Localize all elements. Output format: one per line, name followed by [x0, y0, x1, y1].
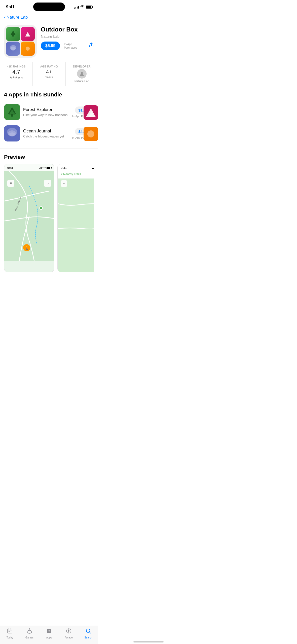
developer-label: DEVELOPER	[73, 65, 91, 68]
ocean-app-info: Ocean Journal Catch the biggest waves ye…	[23, 129, 69, 138]
peeking-mountain-icon	[84, 105, 98, 120]
preview-screenshots: 9:41 R	[4, 164, 94, 272]
ocean-app-name: Ocean Journal	[23, 129, 69, 134]
bundle-app-icon	[4, 25, 37, 58]
forest-app-info: Forest Explorer Hike your way to new hor…	[23, 107, 69, 117]
svg-rect-28	[92, 168, 93, 169]
ss2-back-nav: < Nearby Trails	[58, 171, 94, 178]
back-chevron-icon: ‹	[4, 15, 6, 20]
ss2-icons	[92, 166, 94, 170]
svg-point-7	[81, 72, 83, 74]
ss2-time: 9:41	[61, 166, 67, 170]
ss2-back-label: < Nearby Trails	[61, 172, 81, 176]
ss1-icons	[39, 167, 51, 169]
screenshot-2: 9:41 < Nearby Trails ≡	[57, 164, 94, 272]
ss1-location-pin: 🚶	[23, 244, 30, 251]
ocean-app-icon	[4, 125, 20, 141]
forest-app-desc: Hike your way to new horizons	[23, 113, 69, 117]
age-label: AGE RATING	[40, 65, 58, 68]
iap-info: In-App Purchases	[64, 42, 77, 50]
ratings-value: 4.7	[12, 69, 20, 75]
svg-rect-23	[41, 167, 41, 169]
svg-rect-29	[93, 168, 94, 169]
svg-rect-32	[58, 179, 94, 272]
app-title: Outdoor Box	[41, 26, 94, 33]
status-bar: 9:41	[0, 0, 98, 13]
app-header: Outdoor Box Nature Lab $6.99 In-App Purc…	[0, 23, 98, 62]
svg-rect-30	[94, 167, 94, 169]
bundle-section: 4 Apps in This Bundle Forest Explorer Hi…	[0, 86, 98, 145]
ss1-map: Rhus Ridge Rd ≡ ⌕ 🚶	[4, 171, 54, 261]
svg-rect-11	[11, 114, 13, 117]
svg-rect-21	[39, 168, 40, 169]
share-button[interactable]	[89, 42, 94, 49]
svg-point-18	[9, 132, 15, 136]
ss1-time: 9:41	[7, 166, 13, 170]
battery-icon	[86, 6, 92, 9]
svg-point-5	[11, 47, 16, 51]
svg-point-20	[87, 130, 94, 137]
forest-app-name: Forest Explorer	[23, 107, 69, 112]
ocean-icon-cell	[6, 42, 20, 56]
age-value: 4+	[46, 69, 52, 75]
screenshot-1: 9:41 R	[4, 164, 54, 272]
ss1-search-button: ⌕	[44, 180, 51, 187]
svg-point-6	[26, 47, 30, 51]
ss2-map: ≡	[58, 178, 94, 272]
iap-line1: In-App	[64, 42, 77, 46]
ss1-status-bar: 9:41	[4, 164, 54, 171]
iap-line2: Purchases	[64, 46, 77, 49]
app-info: Outdoor Box Nature Lab $6.99 In-App Purc…	[41, 25, 94, 50]
wifi-icon	[80, 5, 84, 9]
svg-point-27	[40, 206, 43, 209]
ss1-menu-button: ≡	[7, 180, 14, 187]
svg-rect-22	[40, 168, 40, 169]
age-stat: AGE RATING 4+ Years	[33, 62, 65, 86]
ratings-label: 41K RATINGS	[7, 65, 26, 68]
ratings-stat: 41K RATINGS 4.7 ★★★★★	[0, 62, 33, 86]
developer-name: Nature Lab	[75, 80, 89, 83]
age-sub: Years	[45, 76, 53, 79]
back-nav[interactable]: ‹ Nature Lab	[0, 13, 98, 23]
ss2-status-bar: 9:41	[58, 164, 94, 171]
forest-app-icon	[4, 104, 20, 120]
developer-avatar	[77, 69, 87, 79]
app-developer: Nature Lab	[41, 34, 94, 39]
notch	[33, 3, 65, 11]
ss2-menu-button: ≡	[61, 180, 67, 187]
app-actions: $6.99 In-App Purchases	[41, 42, 94, 50]
signal-icon	[74, 6, 79, 9]
sun-icon-cell	[21, 42, 35, 56]
status-icons	[74, 5, 92, 9]
stars-display: ★★★★★	[9, 76, 23, 79]
preview-section: Preview 9:41	[0, 149, 98, 275]
developer-stat: DEVELOPER Nature Lab	[66, 62, 98, 86]
svg-rect-24	[41, 167, 42, 169]
svg-rect-1	[12, 35, 14, 37]
mountain-icon-cell	[21, 27, 35, 41]
preview-heading: Preview	[4, 154, 94, 160]
ocean-app-desc: Catch the biggest waves yet	[23, 134, 69, 138]
status-time: 9:41	[6, 5, 15, 10]
back-label: Nature Lab	[7, 15, 28, 20]
stats-row: 41K RATINGS 4.7 ★★★★★ AGE RATING 4+ Year…	[0, 62, 98, 86]
price-button[interactable]: $6.99	[41, 42, 60, 50]
bundle-heading: 4 Apps in This Bundle	[4, 91, 94, 98]
forest-icon-cell	[6, 27, 20, 41]
svg-marker-0	[11, 30, 16, 35]
bundle-app-ocean: Ocean Journal Catch the biggest waves ye…	[4, 123, 94, 145]
bundle-app-forest: Forest Explorer Hike your way to new hor…	[4, 102, 94, 123]
peeking-sun-icon	[84, 127, 98, 141]
